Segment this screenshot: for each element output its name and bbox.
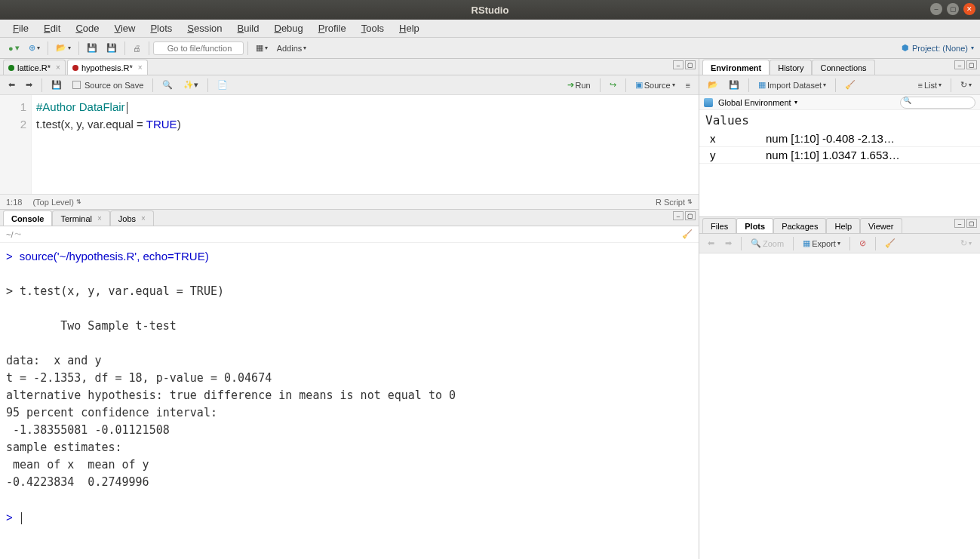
refresh-button[interactable]: ↻▾ [957,78,975,93]
tab-lattice[interactable]: lattice.R* × [3,60,66,75]
import-dataset-button[interactable]: ▦ Import Dataset ▾ [754,78,830,93]
project-indicator[interactable]: ⬢ Project: (None) ▾ [902,43,974,53]
tab-viewer[interactable]: Viewer [860,218,902,233]
plots-body [699,253,980,559]
remove-plot-button[interactable]: ⊘ [856,236,870,251]
env-row[interactable]: xnum [1:10] -0.408 -2.13… [699,131,980,147]
pane-maximize-icon[interactable]: ▢ [685,211,696,220]
pane-minimize-icon[interactable]: – [673,211,684,220]
broom-icon[interactable]: 🧹 [682,229,693,239]
toolbar-separator [78,41,79,55]
publish-button[interactable]: ↻▾ [957,236,975,251]
save-button[interactable]: 💾 [83,41,101,56]
environment-pane: Environment History Connections – ▢ 📂 💾 … [699,59,980,217]
print-button[interactable]: 🖨 [129,41,145,56]
editor-body[interactable]: 1 2 #Author DataFlair t.test(x, y, var.e… [0,95,699,194]
tab-files[interactable]: Files [702,218,736,233]
menu-profile[interactable]: Profile [312,22,353,35]
tab-connections[interactable]: Connections [812,60,874,75]
save-workspace-button[interactable]: 💾 [725,78,743,93]
tab-packages[interactable]: Packages [773,218,826,233]
forward-button[interactable]: ➡ [22,78,36,93]
source-on-save-toggle[interactable]: Source on Save [69,78,147,93]
list-label: List [924,81,937,90]
goto-file-input[interactable] [153,41,244,55]
open-file-button[interactable]: 📂▾ [52,41,75,56]
tab-terminal[interactable]: Terminal× [52,210,109,226]
outline-button[interactable]: ≡ [682,78,694,93]
tab-console[interactable]: Console [3,210,52,226]
clear-env-button[interactable]: 🧹 [841,78,859,93]
menu-tools[interactable]: Tools [355,22,391,35]
editor-status-bar: 1:18 (Top Level) ⇅ R Script ⇅ [0,194,699,209]
minimize-button[interactable]: – [930,3,942,15]
menu-view[interactable]: View [107,22,142,35]
save-all-button[interactable]: 💾 [103,41,121,56]
zoom-button[interactable]: 🔍 Zoom [747,236,788,251]
save-source-button[interactable]: 💾 [48,78,66,93]
tab-hypothesis[interactable]: hypothesis.R* × [67,60,148,75]
tab-help[interactable]: Help [826,218,860,233]
plots-pane: Files Plots Packages Help Viewer – ▢ ⬅ ➡… [699,217,980,559]
menu-session[interactable]: Session [180,22,229,35]
close-tab-icon[interactable]: × [97,214,102,223]
scope-label[interactable]: (Top Level) [32,198,73,207]
menu-file[interactable]: File [6,22,35,35]
tab-environment[interactable]: Environment [702,60,770,75]
env-search-input[interactable] [900,97,975,109]
scope-label[interactable]: Global Environment [718,98,791,107]
window-titlebar: RStudio – ▢ ✕ [0,0,980,20]
load-workspace-button[interactable]: 📂 [704,78,722,93]
tab-history[interactable]: History [770,60,812,75]
maximize-button[interactable]: ▢ [947,3,959,15]
menu-edit[interactable]: Edit [37,22,67,35]
toolbar-separator [48,41,48,55]
menu-plots[interactable]: Plots [143,22,179,35]
addins-button[interactable]: Addins ▾ [273,41,311,56]
run-button[interactable]: ➔Run [564,78,594,93]
back-button[interactable]: ⬅ [5,78,19,93]
grid-button[interactable]: ▦▾ [252,41,272,56]
tab-plots[interactable]: Plots [736,218,773,233]
pane-minimize-icon[interactable]: – [673,60,684,69]
find-button[interactable]: 🔍 [158,78,177,93]
var-value: num [1:10] -0.408 -2.13… [760,131,980,147]
close-tab-icon[interactable]: × [56,63,60,72]
pane-minimize-icon[interactable]: – [954,60,965,69]
report-button[interactable]: 📄 [214,78,232,93]
env-row[interactable]: ynum [1:10] 1.0347 1.653… [699,147,980,164]
menu-debug[interactable]: Debug [268,22,310,35]
menu-code[interactable]: Code [69,22,106,35]
pane-maximize-icon[interactable]: ▢ [966,60,977,69]
menu-help[interactable]: Help [392,22,426,35]
close-button[interactable]: ✕ [963,3,975,15]
tab-label: lattice.R* [17,63,51,72]
next-plot-button[interactable]: ➡ [721,236,736,251]
source-label: Source [644,81,671,90]
pane-maximize-icon[interactable]: ▢ [685,60,696,69]
export-button[interactable]: ▦ Export ▾ [799,236,844,251]
wand-button[interactable]: ✨▾ [180,78,202,93]
close-tab-icon[interactable]: × [141,214,146,223]
cursor-position: 1:18 [6,198,22,207]
goto-file-wrap [153,41,244,55]
code-area[interactable]: #Author DataFlair t.test(x, y, var.equal… [32,95,699,194]
new-project-button[interactable]: ⊕▾ [25,41,44,56]
close-tab-icon[interactable]: × [138,63,143,72]
pane-maximize-icon[interactable]: ▢ [966,219,977,228]
export-label: Export [812,239,836,248]
list-view-button[interactable]: ≡ List ▾ [914,78,945,93]
console-output[interactable]: > source('~/hypothesis.R', echo=TRUE) > … [0,243,699,559]
menu-build[interactable]: Build [231,22,266,35]
addins-label: Addins [277,44,303,53]
source-button[interactable]: ▣Source ▾ [631,78,679,93]
source-tabs: lattice.R* × hypothesis.R* × – ▢ [0,59,699,75]
new-file-button[interactable]: ●▾ [5,41,23,56]
checkbox-icon [72,81,81,89]
clear-plots-button[interactable]: 🧹 [881,236,899,251]
prev-plot-button[interactable]: ⬅ [704,236,718,251]
language-label[interactable]: R Script [656,198,685,207]
pane-minimize-icon[interactable]: – [954,219,965,228]
rerun-button[interactable]: ↪ [606,78,620,93]
tab-jobs[interactable]: Jobs× [110,210,154,226]
